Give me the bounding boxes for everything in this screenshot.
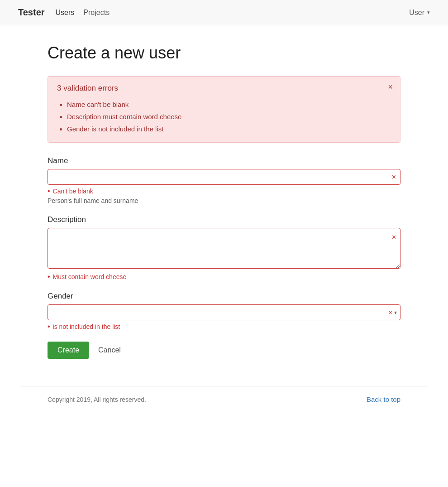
chevron-down-icon: ▾ <box>427 10 430 15</box>
validation-error-item: Description must contain word cheese <box>67 111 391 123</box>
cancel-button[interactable]: Cancel <box>95 342 124 359</box>
main-content: Create a new user 3 validation errors × … <box>20 25 428 386</box>
nav-user-menu[interactable]: User ▾ <box>409 9 430 17</box>
navbar: Tester Users Projects User ▾ <box>0 0 448 25</box>
description-error: Must contain word cheese <box>48 273 400 281</box>
gender-error: is not included in the list <box>48 323 400 331</box>
name-input-wrapper: × <box>48 169 400 185</box>
name-label: Name <box>48 156 400 165</box>
validation-errors-box: 3 validation errors × Name can't be blan… <box>48 76 400 143</box>
validation-error-item: Gender is not included in the list <box>67 123 391 135</box>
name-input[interactable] <box>48 169 400 185</box>
gender-label: Gender <box>48 292 400 301</box>
footer-copyright: Copyright 2019, All rights reserved. <box>48 396 146 403</box>
form-actions: Create Cancel <box>48 342 400 359</box>
nav-link-projects[interactable]: Projects <box>83 9 110 17</box>
description-label: Description <box>48 215 400 224</box>
name-field-group: Name × Can't be blank Person's full name… <box>48 156 400 204</box>
name-clear-icon[interactable]: × <box>392 173 396 181</box>
back-to-top-link[interactable]: Back to top <box>367 395 400 403</box>
name-hint: Person's full name and surname <box>48 197 400 204</box>
validation-close-button[interactable]: × <box>388 83 393 91</box>
validation-error-item: Name can't be blank <box>67 98 391 111</box>
gender-select[interactable]: Male Female Other <box>48 304 400 320</box>
description-input[interactable] <box>48 228 400 269</box>
validation-title: 3 validation errors <box>57 84 391 93</box>
description-field-group: Description × Must contain word cheese <box>48 215 400 281</box>
description-clear-icon[interactable]: × <box>392 233 396 241</box>
gender-field-group: Gender Male Female Other × ▾ is not incl… <box>48 292 400 331</box>
nav-links: Users Projects <box>56 9 110 17</box>
validation-error-list: Name can't be blank Description must con… <box>57 98 391 135</box>
gender-select-wrapper: Male Female Other × ▾ <box>48 304 400 320</box>
page-title: Create a new user <box>48 43 400 63</box>
description-input-wrapper: × <box>48 228 400 270</box>
name-error: Can't be blank <box>48 187 400 195</box>
nav-brand[interactable]: Tester <box>18 7 45 18</box>
create-button[interactable]: Create <box>48 342 89 359</box>
nav-user-label: User <box>409 9 424 17</box>
nav-link-users[interactable]: Users <box>56 9 75 17</box>
footer: Copyright 2019, All rights reserved. Bac… <box>20 386 428 412</box>
